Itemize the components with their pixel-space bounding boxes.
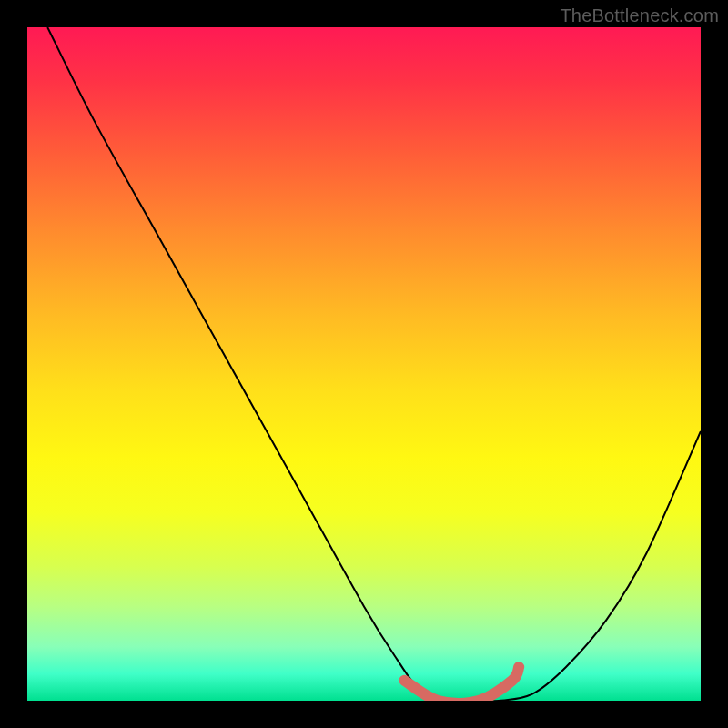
optimal-range-highlight: [404, 667, 519, 701]
bottleneck-curve: [47, 27, 701, 701]
plot-area: [27, 27, 701, 701]
watermark-text: TheBottleneck.com: [560, 5, 719, 26]
chart-frame: TheBottleneck.com: [0, 0, 728, 728]
curve-svg: [27, 27, 701, 701]
